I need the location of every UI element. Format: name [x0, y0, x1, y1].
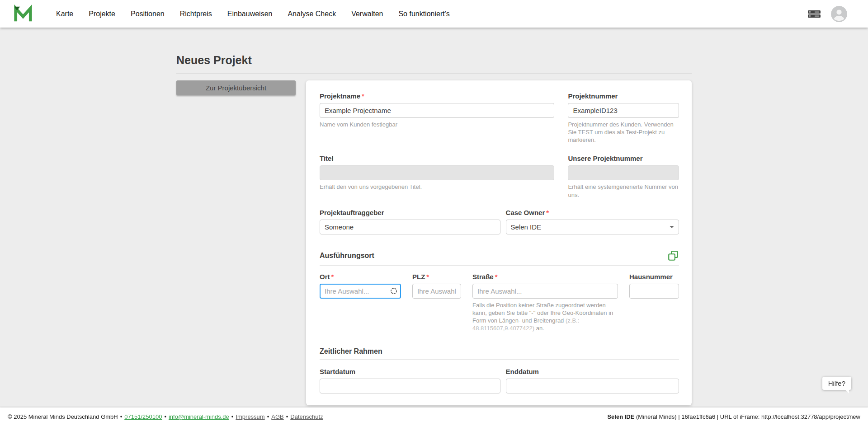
project-overview-button[interactable]: Zur Projektübersicht [176, 80, 296, 95]
startdatum-label: Startdatum [320, 368, 355, 375]
section-zeitlicher-rahmen-header: Zeitlicher Rahmen [320, 347, 679, 356]
field-unsere-projektnummer: Unsere Projektnummer Erhält eine systemg… [568, 154, 679, 198]
footer: © 2025 Mineral Minds Deutschland GmbH • … [0, 407, 868, 426]
strasse-label: Straße [472, 273, 494, 281]
hausnummer-input[interactable] [629, 284, 679, 299]
nav-item-analyse-check[interactable]: Analyse Check [288, 10, 336, 18]
ort-label: Ort [320, 273, 330, 281]
footer-separator: • [231, 413, 234, 420]
section-ausfuehrungsort-title: Ausführungsort [320, 252, 374, 260]
strasse-helper-main: Falls die Position keiner Straße zugeord… [472, 302, 613, 324]
projektname-input[interactable] [320, 103, 554, 118]
unsere-projektnummer-label: Unsere Projektnummer [568, 154, 642, 162]
strasse-input[interactable] [472, 284, 618, 299]
section-ausfuehrungsort-header: Ausführungsort [320, 250, 679, 262]
top-navbar: Karte Projekte Positionen Richtpreis Ein… [0, 0, 868, 28]
nav-item-so-funktionierts[interactable]: So funktioniert's [398, 10, 449, 18]
form-row-dates: Startdatum Enddatum [320, 368, 679, 393]
server-rack-icon[interactable] [807, 9, 821, 19]
field-strasse: Straße* Falls die Position keiner Straße… [472, 273, 618, 332]
projektname-label: Projektname [320, 92, 360, 100]
field-enddatum: Enddatum [506, 368, 679, 393]
logo-icon [13, 4, 33, 24]
footer-separator: • [267, 413, 269, 420]
required-marker: * [426, 273, 429, 281]
footer-separator: • [120, 413, 123, 420]
form-row-titel-unsere-nummer: Titel Erhält den von uns vorgegebenen Ti… [320, 154, 679, 198]
projektauftraggeber-label: Projektauftraggeber [320, 209, 384, 216]
right-column: Projektname* Name vom Kunden festlegbar … [306, 80, 692, 423]
footer-copyright: © 2025 Mineral Minds Deutschland GmbH [8, 413, 118, 420]
footer-session-user: Selen IDE [607, 413, 634, 420]
main-content: Neues Projekt Zur Projektübersicht Proje… [0, 28, 868, 423]
field-hausnummer: Hausnummer [629, 273, 679, 332]
navbar-right [807, 6, 847, 22]
footer-separator: • [286, 413, 288, 420]
main-nav: Karte Projekte Positionen Richtpreis Ein… [56, 10, 450, 18]
nav-item-richtpreis[interactable]: Richtpreis [180, 10, 212, 18]
hausnummer-label: Hausnummer [629, 273, 673, 281]
section-divider [320, 265, 679, 266]
nav-item-einbauweisen[interactable]: Einbauweisen [227, 10, 273, 18]
footer-phone-link[interactable]: 07151/250100 [124, 413, 162, 420]
startdatum-input[interactable] [320, 379, 500, 393]
enddatum-label: Enddatum [506, 368, 539, 375]
copy-address-icon[interactable] [667, 250, 679, 262]
footer-agb-link[interactable]: AGB [271, 413, 283, 420]
unsere-projektnummer-helper: Erhält eine systemgenerierte Nummer von … [568, 183, 679, 198]
section-divider [320, 359, 679, 360]
footer-datenschutz-link[interactable]: Datenschutz [290, 413, 323, 420]
nav-item-positionen[interactable]: Positionen [131, 10, 165, 18]
field-case-owner: Case Owner* Selen IDE [506, 209, 679, 234]
user-avatar[interactable] [831, 6, 847, 22]
strasse-helper-suffix: an. [534, 325, 544, 332]
field-plz: PLZ* [412, 273, 461, 332]
case-owner-value: Selen IDE [511, 223, 542, 231]
form-row-location: Ort* PLZ* [320, 273, 679, 332]
projektnummer-input[interactable] [568, 103, 679, 118]
footer-email-link[interactable]: info@mineral-minds.de [169, 413, 229, 420]
titel-input [320, 165, 554, 180]
field-projektnummer: Projektnummer Projektnummer des Kunden. … [568, 92, 679, 144]
section-zeitlicher-rahmen-title: Zeitlicher Rahmen [320, 347, 382, 356]
footer-left: © 2025 Mineral Minds Deutschland GmbH • … [8, 413, 323, 420]
field-titel: Titel Erhält den von uns vorgegebenen Ti… [320, 154, 554, 198]
titel-label: Titel [320, 154, 334, 162]
plz-label: PLZ [412, 273, 425, 281]
required-marker: * [495, 273, 498, 281]
footer-impressum-link[interactable]: Impressum [236, 413, 264, 420]
nav-item-verwalten[interactable]: Verwalten [351, 10, 383, 18]
title-divider [176, 73, 692, 74]
footer-separator: • [164, 413, 166, 420]
required-marker: * [546, 209, 549, 216]
unsere-projektnummer-input [568, 165, 679, 180]
loading-spinner-icon [390, 287, 397, 295]
chevron-down-icon [670, 226, 674, 228]
enddatum-input[interactable] [506, 379, 679, 393]
footer-session-rest: (Mineral Minds) | 16fae1ffc6a6 | URL of … [634, 413, 860, 420]
case-owner-label: Case Owner [506, 209, 545, 216]
projektnummer-label: Projektnummer [568, 92, 618, 100]
help-button[interactable]: Hilfe? [822, 377, 851, 390]
plz-input[interactable] [412, 284, 461, 299]
ort-input[interactable] [320, 284, 401, 299]
strasse-helper: Falls die Position keiner Straße zugeord… [472, 301, 618, 332]
field-projektname: Projektname* Name vom Kunden festlegbar [320, 92, 554, 144]
projektnummer-helper: Projektnummer des Kunden. Verwenden Sie … [568, 121, 679, 144]
nav-item-projekte[interactable]: Projekte [89, 10, 115, 18]
new-project-form-card: Projektname* Name vom Kunden festlegbar … [306, 80, 692, 405]
field-projektauftraggeber: Projektauftraggeber [320, 209, 500, 234]
case-owner-select[interactable]: Selen IDE [506, 220, 679, 234]
nav-item-karte[interactable]: Karte [56, 10, 73, 18]
field-startdatum: Startdatum [320, 368, 500, 393]
mineral-minds-logo[interactable] [13, 4, 33, 24]
field-ort: Ort* [320, 273, 401, 332]
form-row-auftraggeber-owner: Projektauftraggeber Case Owner* Selen ID… [320, 209, 679, 234]
projektauftraggeber-input[interactable] [320, 220, 500, 234]
page-title: Neues Projekt [176, 54, 692, 67]
left-column: Zur Projektübersicht [176, 80, 296, 95]
footer-session-info: Selen IDE (Mineral Minds) | 16fae1ffc6a6… [607, 413, 860, 420]
required-marker: * [362, 92, 364, 100]
projektname-helper: Name vom Kunden festlegbar [320, 121, 554, 128]
form-row-name-number: Projektname* Name vom Kunden festlegbar … [320, 92, 679, 144]
